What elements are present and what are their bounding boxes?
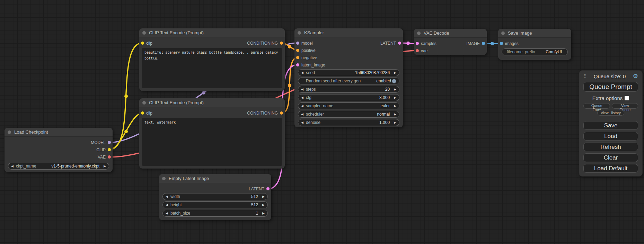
- decrement-arrow-icon[interactable]: ◀: [301, 88, 303, 91]
- positive-input-dot[interactable]: [296, 49, 299, 52]
- decrement-arrow-icon[interactable]: ◀: [301, 96, 303, 99]
- decrement-arrow-icon[interactable]: ◀: [166, 204, 168, 207]
- increment-arrow-icon[interactable]: ▶: [394, 71, 396, 74]
- node-empty-latent-image[interactable]: Empty Latent Image LATENT ◀ width 512 ▶ …: [159, 174, 271, 220]
- input-slot-latent-image[interactable]: latent_image: [296, 63, 325, 67]
- positive-prompt-textarea[interactable]: beautiful scenery nature glass bottle la…: [142, 48, 282, 88]
- output-slot-model[interactable]: MODEL: [91, 140, 111, 145]
- scheduler-widget[interactable]: ◀ scheduler normal ▶: [298, 111, 399, 118]
- node-title-bar[interactable]: CLIP Text Encode (Prompt): [139, 98, 285, 107]
- clip-input-dot[interactable]: [141, 42, 144, 45]
- latent-output-dot[interactable]: [398, 42, 401, 45]
- decrement-arrow-icon[interactable]: ◀: [301, 71, 303, 74]
- model-input-dot[interactable]: [296, 42, 299, 45]
- negative-input-dot[interactable]: [296, 56, 299, 59]
- refresh-button[interactable]: Refresh: [583, 143, 638, 151]
- settings-gear-icon[interactable]: ⚙: [633, 73, 638, 79]
- node-title-bar[interactable]: Save Image: [498, 29, 571, 38]
- cfg-widget[interactable]: ◀ cfg 8.000 ▶: [298, 94, 399, 101]
- queue-prompt-button[interactable]: Queue Prompt: [583, 82, 638, 92]
- extra-options-checkbox[interactable]: [625, 96, 629, 100]
- node-title-bar[interactable]: KSampler: [294, 28, 403, 37]
- node-clip-text-encode-negative[interactable]: CLIP Text Encode (Prompt) clip CONDITION…: [139, 98, 285, 169]
- input-slot-negative[interactable]: negative: [296, 55, 317, 60]
- increment-arrow-icon[interactable]: ▶: [262, 212, 265, 215]
- node-title-bar[interactable]: Empty Latent Image: [159, 174, 271, 183]
- vae-output-dot[interactable]: [108, 155, 111, 159]
- filename-prefix-widget[interactable]: filename_prefix ComfyUI: [502, 48, 568, 55]
- conditioning-output-dot[interactable]: [280, 111, 283, 115]
- increment-arrow-icon[interactable]: ▶: [394, 105, 396, 108]
- sampler-name-widget[interactable]: ◀ sampler_name euler ▶: [298, 102, 399, 109]
- collapse-dot-icon[interactable]: [162, 177, 166, 180]
- node-title-bar[interactable]: Load Checkpoint: [5, 128, 113, 137]
- load-button[interactable]: Load: [583, 132, 638, 141]
- clip-output-dot[interactable]: [108, 148, 111, 151]
- latent-image-input-dot[interactable]: [296, 63, 299, 66]
- node-title-bar[interactable]: VAE Decode: [414, 29, 487, 38]
- samples-input-dot[interactable]: [416, 42, 419, 45]
- collapse-dot-icon[interactable]: [298, 31, 301, 35]
- collapse-dot-icon[interactable]: [8, 130, 11, 134]
- steps-widget[interactable]: ◀ steps 20 ▶: [298, 86, 399, 93]
- random-seed-toggle-widget[interactable]: Random seed after every gen enabled: [298, 78, 399, 84]
- decrement-arrow-icon[interactable]: ◀: [166, 212, 168, 215]
- output-slot-latent[interactable]: LATENT: [380, 41, 401, 46]
- increment-arrow-icon[interactable]: ▶: [262, 204, 265, 207]
- decrement-arrow-icon[interactable]: ◀: [11, 165, 14, 168]
- output-slot-clip[interactable]: CLIP: [96, 147, 111, 152]
- load-default-button[interactable]: Load Default: [583, 164, 638, 173]
- height-widget[interactable]: ◀ height 512 ▶: [162, 201, 268, 208]
- node-load-checkpoint[interactable]: Load Checkpoint MODEL CLIP VAE ◀ ckpt_na…: [5, 128, 113, 172]
- output-slot-image[interactable]: IMAGE: [466, 41, 485, 46]
- decrement-arrow-icon[interactable]: ◀: [301, 113, 303, 116]
- width-widget[interactable]: ◀ width 512 ▶: [162, 193, 268, 200]
- increment-arrow-icon[interactable]: ▶: [394, 96, 396, 99]
- clip-input-dot[interactable]: [141, 111, 144, 115]
- decrement-arrow-icon[interactable]: ◀: [301, 121, 303, 124]
- increment-arrow-icon[interactable]: ▶: [104, 165, 106, 168]
- decrement-arrow-icon[interactable]: ◀: [166, 195, 168, 198]
- increment-arrow-icon[interactable]: ▶: [394, 121, 396, 124]
- negative-prompt-textarea[interactable]: text, watermark: [142, 118, 282, 166]
- graph-canvas[interactable]: { "colors": { "model": "#B39DDB", "clip"…: [0, 0, 644, 244]
- output-slot-conditioning[interactable]: CONDITIONING: [247, 111, 283, 116]
- input-slot-positive[interactable]: positive: [296, 48, 316, 53]
- queue-front-button[interactable]: Queue Front: [583, 103, 610, 109]
- save-button[interactable]: Save: [583, 121, 638, 130]
- image-output-dot[interactable]: [482, 42, 485, 45]
- output-slot-latent[interactable]: LATENT: [249, 187, 270, 191]
- collapse-dot-icon[interactable]: [142, 31, 146, 35]
- input-slot-clip[interactable]: clip: [141, 111, 152, 116]
- increment-arrow-icon[interactable]: ▶: [262, 195, 265, 198]
- node-ksampler[interactable]: KSampler model LATENT positive negative …: [294, 28, 403, 127]
- clear-button[interactable]: Clear: [583, 153, 638, 162]
- drag-handle-icon[interactable]: ⠿: [583, 74, 587, 79]
- input-slot-vae[interactable]: vae: [416, 48, 427, 53]
- input-slot-clip[interactable]: clip: [141, 41, 152, 46]
- conditioning-output-dot[interactable]: [280, 42, 283, 45]
- collapse-dot-icon[interactable]: [417, 31, 421, 35]
- denoise-widget[interactable]: ◀ denoise 1.000 ▶: [298, 119, 399, 126]
- images-input-dot[interactable]: [500, 42, 503, 45]
- increment-arrow-icon[interactable]: ▶: [394, 113, 396, 116]
- input-slot-images[interactable]: images: [500, 41, 519, 46]
- model-output-dot[interactable]: [108, 141, 111, 144]
- collapse-dot-icon[interactable]: [142, 101, 146, 105]
- collapse-dot-icon[interactable]: [501, 31, 505, 35]
- batch-size-widget[interactable]: ◀ batch_size 1 ▶: [162, 210, 268, 217]
- input-slot-model[interactable]: model: [296, 41, 313, 46]
- node-save-image[interactable]: Save Image images filename_prefix ComfyU…: [498, 29, 571, 60]
- output-slot-vae[interactable]: VAE: [98, 155, 111, 160]
- toggle-dot-icon[interactable]: [392, 79, 396, 83]
- view-history-button[interactable]: View History: [597, 110, 624, 116]
- seed-widget[interactable]: ◀ seed 156680208700286 ▶: [298, 69, 399, 76]
- latent-output-dot[interactable]: [266, 187, 270, 190]
- node-clip-text-encode-positive[interactable]: CLIP Text Encode (Prompt) clip CONDITION…: [139, 28, 285, 91]
- node-vae-decode[interactable]: VAE Decode samples IMAGE vae: [414, 29, 487, 55]
- increment-arrow-icon[interactable]: ▶: [394, 88, 396, 91]
- ckpt-name-widget[interactable]: ◀ ckpt_name v1-5-pruned-emaonly.ckpt ▶: [8, 163, 109, 170]
- decrement-arrow-icon[interactable]: ◀: [301, 105, 303, 108]
- vae-input-dot[interactable]: [416, 49, 419, 52]
- view-queue-button[interactable]: View Queue: [612, 103, 638, 109]
